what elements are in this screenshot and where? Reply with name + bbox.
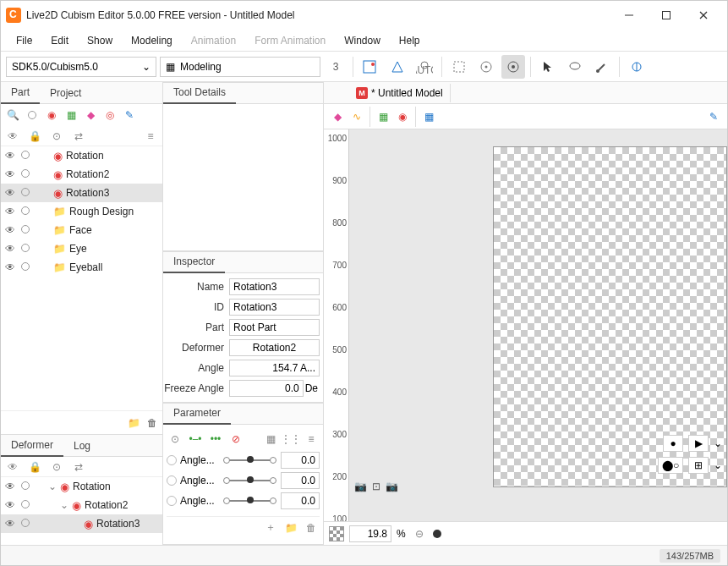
cvs-warp-icon[interactable]: ▦ (375, 108, 391, 125)
zoom-out-icon[interactable]: ⊖ (411, 525, 428, 542)
deformer-row-rotation[interactable]: 👁⌄◉Rotation (1, 477, 162, 496)
minimize-button[interactable] (610, 3, 648, 28)
param-row-1[interactable]: Angle...0.0 (167, 470, 320, 491)
tab-deformer[interactable]: Deformer (1, 435, 63, 457)
bounding-tool-icon[interactable] (447, 55, 471, 79)
param-key2-icon[interactable]: •–• (187, 431, 204, 448)
trash-icon[interactable]: 🗑 (147, 417, 157, 429)
part-row-rotation2[interactable]: 👁◉Rotation2 (1, 165, 162, 184)
menu-show[interactable]: Show (79, 32, 121, 49)
maximize-button[interactable] (648, 3, 685, 28)
part-row-rotation[interactable]: 👁◉Rotation (1, 146, 162, 165)
param-key3-icon[interactable]: ••• (207, 431, 224, 448)
sdk-select[interactable]: SDK5.0/Cubism5.0 ⌄ (6, 57, 156, 77)
param-row-0[interactable]: Angle...0.0 (167, 450, 320, 470)
part-row-rotation3[interactable]: 👁◉Rotation3 (1, 184, 162, 202)
play-chevron-icon[interactable]: ⌄ (714, 437, 722, 449)
toggle-button[interactable]: ⬤○ (658, 457, 683, 474)
def-visibility-icon[interactable]: 👁 (4, 459, 21, 475)
visibility-icon[interactable]: 👁 (4, 518, 16, 530)
menu-help[interactable]: Help (391, 32, 429, 49)
select-dot-icon[interactable] (19, 261, 31, 273)
select-dot-icon[interactable] (19, 206, 31, 217)
param-value-field[interactable]: 0.0 (281, 472, 320, 489)
part-row-face[interactable]: 👁📁Face (1, 221, 162, 239)
camera-icon[interactable]: 📷 (354, 481, 367, 492)
filter-glue-icon[interactable]: ✎ (121, 107, 138, 124)
visibility-icon[interactable]: 👁 (4, 168, 16, 180)
inspector-tab[interactable]: Inspector (163, 251, 225, 273)
play-button[interactable]: ▶ (688, 435, 709, 452)
param-keydelete-icon[interactable]: ⊘ (227, 431, 244, 448)
folder-add-icon[interactable]: 📁 (128, 417, 140, 429)
filter-circle-icon[interactable] (24, 107, 41, 124)
visibility-toggle-icon[interactable]: 👁 (4, 128, 21, 145)
close-button[interactable] (685, 3, 722, 28)
param-value-field[interactable]: 0.0 (281, 452, 320, 469)
bg-checker-icon[interactable] (329, 526, 344, 541)
snapshot-icon[interactable]: ⊡ (372, 481, 380, 492)
brush-tool-icon[interactable] (590, 55, 614, 79)
insp-deformer-field[interactable]: Rotation2 (229, 339, 320, 356)
cvs-path-icon[interactable]: ∿ (348, 108, 365, 125)
select-dot-icon[interactable] (19, 481, 31, 492)
param-pin-icon[interactable] (167, 496, 177, 506)
filter-warp-icon[interactable]: ▦ (63, 107, 79, 124)
param-row-2[interactable]: Angle...0.0 (167, 491, 320, 511)
cvs-artmesh-icon[interactable]: ◆ (329, 108, 346, 125)
param-slider[interactable] (226, 500, 274, 502)
part-row-rough-design[interactable]: 👁📁Rough Design (1, 202, 162, 221)
lasso-tool-icon[interactable] (563, 55, 587, 79)
expand-icon[interactable]: ⌄ (60, 499, 68, 511)
zoom-slider-thumb[interactable] (433, 530, 441, 538)
menu-modeling[interactable]: Modeling (123, 32, 181, 49)
cvs-rot-icon[interactable]: ◉ (394, 108, 411, 125)
canvas-viewport[interactable]: 10009008007006005004003002001000 📷 ⊡ 📷 [… (324, 129, 727, 521)
def-sync-icon[interactable]: ⇄ (70, 459, 87, 475)
auto-mesh-tool-icon[interactable]: AUTO (413, 55, 436, 79)
select-dot-icon[interactable] (19, 499, 31, 511)
insp-freeze-field[interactable]: 0.0 (229, 380, 304, 397)
arrow-tool-icon[interactable] (536, 55, 560, 79)
camera2-icon[interactable]: 📷 (386, 481, 398, 492)
cvs-grid-icon[interactable]: ▦ (420, 108, 437, 125)
param-trash-icon[interactable]: 🗑 (303, 519, 320, 536)
tab-log[interactable]: Log (63, 436, 101, 456)
visibility-icon[interactable]: 👁 (4, 243, 16, 255)
parameter-tab[interactable]: Parameter (163, 403, 231, 425)
insp-angle-field[interactable]: 154.7 A... (229, 360, 320, 376)
deformer-row-rotation2[interactable]: 👁⌄◉Rotation2 (1, 496, 162, 514)
select-dot-icon[interactable] (19, 187, 31, 199)
record-button[interactable]: ● (663, 435, 683, 452)
filter-rot2-icon[interactable]: ◎ (101, 107, 118, 124)
play-icon[interactable]: ⊙ (48, 128, 65, 145)
select-dot-icon[interactable] (19, 518, 31, 530)
tab-project[interactable]: Project (40, 83, 91, 103)
visibility-icon[interactable]: 👁 (4, 206, 16, 217)
visibility-icon[interactable]: 👁 (4, 187, 16, 199)
snap-button[interactable]: ⊞ (688, 457, 709, 474)
tab-part[interactable]: Part (1, 82, 40, 104)
visibility-icon[interactable]: 👁 (4, 261, 16, 273)
select-dot-icon[interactable] (19, 243, 31, 255)
deformer-row-rotation3[interactable]: 👁◉Rotation3 (1, 514, 162, 533)
param-slider[interactable] (226, 459, 274, 461)
select-dot-icon[interactable] (19, 224, 31, 236)
def-play-icon[interactable]: ⊙ (48, 459, 65, 475)
rotation-deformer-active-icon[interactable] (501, 55, 525, 79)
menu-window[interactable]: Window (336, 32, 389, 49)
lock-toggle-icon[interactable]: 🔒 (26, 128, 43, 145)
tool-details-tab[interactable]: Tool Details (163, 82, 236, 104)
param-add-icon[interactable]: ＋ (262, 519, 279, 536)
insp-part-field[interactable]: Root Part (229, 319, 320, 336)
select-dot-icon[interactable] (19, 168, 31, 180)
visibility-icon[interactable]: 👁 (4, 150, 16, 162)
sync-icon[interactable]: ⇄ (70, 128, 87, 145)
search-icon[interactable]: 🔍 (4, 107, 21, 124)
visibility-icon[interactable]: 👁 (4, 481, 16, 492)
param-calc-icon[interactable]: ▦ (262, 431, 279, 448)
mesh-tool-icon[interactable] (386, 55, 409, 79)
param-menu-icon[interactable]: ≡ (303, 431, 320, 448)
expand-icon[interactable]: ⌄ (48, 481, 57, 492)
zoom-field[interactable]: 19.8 (349, 525, 391, 542)
